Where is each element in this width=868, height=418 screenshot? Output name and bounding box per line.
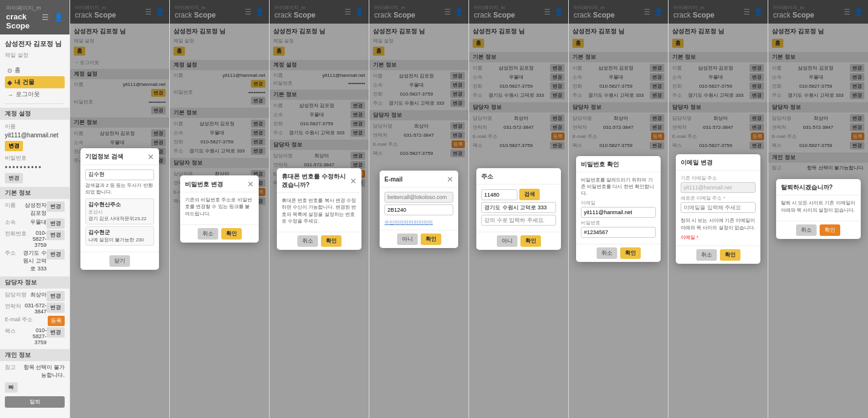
mgr-email-label: E-mail 주소 xyxy=(5,316,33,324)
email-change-desc: 창의 시 보는 사이에 기존 이메일이 아래와 목 사이의 설정이 없습니다. xyxy=(681,217,756,230)
mgr-phone-value: 031-572-3847 xyxy=(23,302,47,315)
modal-cancel-btn-6[interactable]: 취소 xyxy=(597,247,617,259)
modal-footer-2: 취소 확인 xyxy=(180,224,259,243)
search-result-2[interactable]: 김수현군 나에 설정이 불가능한 230 xyxy=(85,226,154,246)
basic-addr-value: 경기도 수원시 고덕로 333 xyxy=(23,249,47,273)
panel-email: 마이페이지_m crack Scope ☰ 👤 삼성전자 김포정 님 제일 설정… xyxy=(369,0,469,418)
modal-header-5: 주소 xyxy=(476,168,561,185)
user-greeting: 삼성전자 김포정 님 xyxy=(5,39,65,48)
modal-body-7: 기존 이메일 주소 새로운 이메일 주소 * 창의 시 보는 사이에 기존 이메… xyxy=(676,171,760,245)
basic-phone-edit-btn[interactable]: 변경 xyxy=(47,230,65,240)
modal-close-btn-1[interactable]: 닫기 xyxy=(109,255,130,267)
search-input-1[interactable] xyxy=(85,169,154,180)
mgr-name-value: 최상아 xyxy=(27,291,47,299)
nav-mypage-label: 내 건물 xyxy=(15,78,34,87)
user-section: 삼성전자 김포정 님 제일 설정 xyxy=(5,39,65,59)
delete-confirm-modal: 탈퇴하시겠습니까? 탈퇴 시 모든 사이트 기존 이메일이 아래와 목 사이의 … xyxy=(776,179,861,238)
modal-footer-8: 취소 확인 xyxy=(776,221,861,239)
basic-phone-value: 010-5827-3759 xyxy=(27,230,47,248)
modal-confirm-btn-8[interactable]: 확인 xyxy=(820,224,840,236)
scope-text: Scope xyxy=(6,21,30,30)
modal-title-3: 휴대폰 번호를 수정하시겠습니까? xyxy=(282,172,350,189)
modal-close-3[interactable]: ✕ xyxy=(350,177,357,186)
mgr-phone-edit-btn[interactable]: 변경 xyxy=(47,302,65,313)
modal-body-2: 기존의 비밀번호 주소로 비밀번호를 변경할 수 있는 링크를 붙여드립니다. xyxy=(180,192,259,224)
addr-main-input[interactable] xyxy=(481,202,556,213)
modal-backdrop-3: 휴대폰 번호를 수정하시겠습니까? ✕ 휴대폰 번호 번호를 복사 변경 수정하… xyxy=(270,0,369,418)
modal-confirm-btn-3[interactable]: 확인 xyxy=(321,235,342,247)
modal-confirm-btn-4[interactable]: 확인 xyxy=(421,233,441,245)
email-link-4[interactable]: 수신이이이이이이이이 xyxy=(384,219,453,226)
modal-body-1: 검색결과 2 등 등는 두사가 반환되었 합니다. 김수현산주소 조선시 경기 … xyxy=(80,165,159,252)
modal-backdrop-2: 비밀번호 변경 ✕ 기존의 비밀번호 주소로 비밀번호를 변경할 수 있는 링크… xyxy=(170,0,269,418)
modal-body-5: 검색 xyxy=(476,185,561,232)
addr-detail-input[interactable] xyxy=(481,215,556,226)
mgr-name-edit-btn[interactable]: 변경 xyxy=(47,291,65,301)
mgr-email-badge-btn[interactable]: 등록 xyxy=(48,316,65,326)
panel-address: 마이페이지_m crack Scope ☰ 👤 삼성전자 김포정 님 홈 기본 … xyxy=(469,0,569,418)
modal-confirm-btn-2[interactable]: 확인 xyxy=(221,228,242,240)
basic-addr-edit-btn[interactable]: 변경 xyxy=(47,249,65,260)
modal-footer-7: 취소 확인 xyxy=(676,246,760,264)
personal-info-header: 개인 정보 xyxy=(0,349,70,361)
pw-field-row: •••••••••• xyxy=(5,163,65,172)
modal-footer-3: 취소 확인 xyxy=(277,232,361,250)
search-result-1[interactable]: 김수현산주소 조선시 경기 김포 사대적문위23.22 xyxy=(85,198,154,224)
first-panel-body: 삼성전자 김포정 님 제일 설정 ⊙ 홈 ◈ 내 건물 → 로그아웃 계정 설정… xyxy=(0,34,70,418)
email-input-4[interactable] xyxy=(384,192,453,203)
menu-icon[interactable]: ☰ xyxy=(42,13,49,22)
modal-cancel-btn-4[interactable]: 아니 xyxy=(397,233,418,245)
panel-email-change: 마이페이지_m crack Scope ☰ 👤 삼성전자 김포정 님 홈 기본 … xyxy=(669,0,768,418)
search-result-count: 검색결과 2 등 등는 두사가 반환되었 합니다. xyxy=(85,182,154,195)
nav-home[interactable]: ⊙ 홈 xyxy=(5,64,65,76)
email-input2-4[interactable] xyxy=(384,204,453,215)
modal-confirm-btn-5[interactable]: 확인 xyxy=(520,235,541,247)
scope-name: crack Scope xyxy=(6,12,42,30)
name-value: yit111@hanmail.net xyxy=(5,132,59,139)
current-email-input[interactable] xyxy=(681,182,756,193)
pw-confirm-email[interactable] xyxy=(581,207,656,218)
header-title-area: 마이페이지_m crack Scope xyxy=(6,4,42,30)
addr-search-btn[interactable]: 검색 xyxy=(519,189,540,200)
modal-title-8: 탈퇴하시겠습니까? xyxy=(781,183,833,192)
modal-cancel-btn-3[interactable]: 취소 xyxy=(297,235,318,247)
modal-body-3: 휴대폰 번호 번호를 복사 변경 수정하면 수신이 가능합니다. 변경된 번호의… xyxy=(277,193,361,232)
modal-footer-6: 취소 확인 xyxy=(576,244,661,262)
name-edit-btn[interactable]: 변경 xyxy=(5,141,23,151)
modal-close-4[interactable]: ✕ xyxy=(447,175,453,184)
nav-logout[interactable]: → 로그아웃 xyxy=(5,88,65,100)
user-icon[interactable]: 👤 xyxy=(54,13,63,22)
basic-phone-row: 전화번호 010-5827-3759 변경 xyxy=(5,230,65,248)
modal-desc-3: 휴대폰 번호 번호를 복사 변경 수정하면 수신이 가능합니다. 변경된 번호의… xyxy=(282,197,357,224)
modal-cancel-btn-2[interactable]: 취소 xyxy=(198,228,218,240)
modal-cancel-btn-8[interactable]: 취소 xyxy=(796,224,817,236)
modal-confirm-btn-6[interactable]: 확인 xyxy=(620,247,641,259)
separator-1 xyxy=(5,103,65,104)
modal-cancel-btn-5[interactable]: 아니 xyxy=(497,235,517,247)
basic-dept-edit-btn[interactable]: 변경 xyxy=(47,218,65,229)
pw-edit-btn[interactable]: 변경 xyxy=(5,173,23,183)
modal-close-1[interactable]: ✕ xyxy=(147,152,154,162)
mgr-phone-row: 연락처 031-572-3847 변경 xyxy=(5,302,65,315)
modal-cancel-btn-7[interactable]: 취소 xyxy=(696,249,717,261)
logout-btn[interactable]: 탈퇴 xyxy=(5,396,65,408)
modal-backdrop-8: 탈퇴하시겠습니까? 탈퇴 시 모든 사이트 기존 이메일이 아래와 목 사이의 … xyxy=(768,0,868,418)
modal-confirm-btn-7[interactable]: 확인 xyxy=(720,249,740,261)
pw-change-modal: 비밀번호 변경 ✕ 기존의 비밀번호 주소로 비밀번호를 변경할 수 있는 링크… xyxy=(180,175,259,243)
name-edit-row: 변경 xyxy=(5,141,65,151)
mgr-fax-edit-btn[interactable]: 변경 xyxy=(47,327,65,338)
modal-close-2[interactable]: ✕ xyxy=(247,180,254,189)
addr-code-input[interactable] xyxy=(481,189,517,200)
email-modal: E-mail ✕ 수신이이이이이이이이 아니 확인 xyxy=(380,171,458,248)
new-email-input[interactable] xyxy=(681,202,756,213)
nav-mypage[interactable]: ◈ 내 건물 xyxy=(5,76,65,88)
basic-addr-label: 주소 xyxy=(5,249,23,257)
home-icon: ⊙ xyxy=(7,67,12,74)
modal-title-2: 비밀번호 변경 xyxy=(185,180,223,189)
basic-name-edit-btn[interactable]: 변경 xyxy=(47,201,65,212)
modal-footer-4: 아니 확인 xyxy=(380,230,458,248)
pw-confirm-pw[interactable] xyxy=(581,227,656,238)
personal-edit-btn[interactable]: 빠 xyxy=(5,382,18,393)
phone-edit-modal: 휴대폰 번호를 수정하시겠습니까? ✕ 휴대폰 번호 번호를 복사 변경 수정하… xyxy=(277,168,361,250)
pw-value: •••••••••• xyxy=(5,163,42,172)
